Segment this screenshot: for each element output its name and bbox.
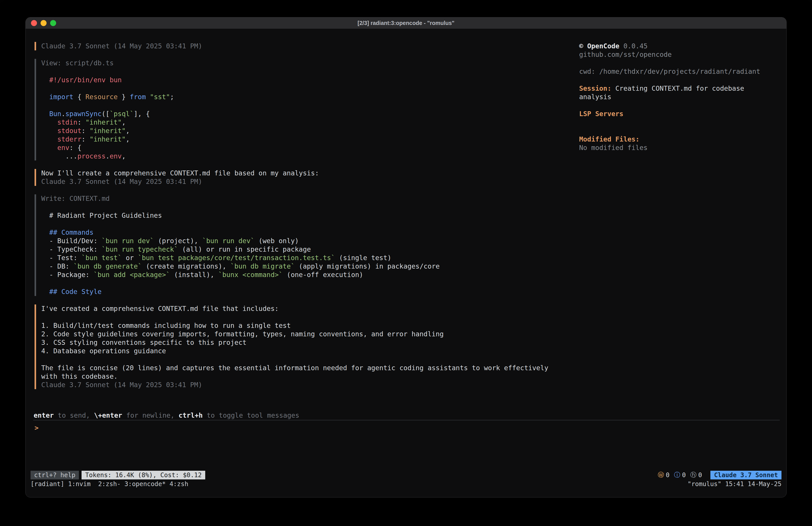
desktop-background: [2/3] radiant:3:opencode - "romulus" Cla…	[0, 0, 812, 526]
tool-output-code: #!/usr/bin/env bun import { Resource } f…	[41, 76, 579, 160]
terminal-main-area: Claude 3.7 Sonnet (14 May 2025 03:41 PM)…	[26, 29, 786, 411]
app-name-label: OpenCode	[587, 42, 620, 50]
diagnostic-warning: Ⓦ0	[658, 471, 670, 479]
message-text: I've created a comprehensive CONTEXT.md …	[41, 304, 579, 381]
modified-files-header: Modified Files:	[579, 135, 762, 144]
app-name	[583, 42, 587, 50]
model-badge[interactable]: Claude 3.7 Sonnet	[710, 471, 782, 480]
hint-count: 0	[698, 471, 702, 479]
modified-files-empty: No modified files	[579, 144, 762, 152]
session-line: Session: Creating CONTEXT.md for codebas…	[579, 84, 762, 101]
traffic-lights	[31, 17, 56, 29]
hint-icon: ⓗ	[690, 471, 697, 479]
lsp-servers-header: LSP Servers	[579, 110, 762, 118]
sidebar-gap	[579, 118, 762, 127]
session-label: Session:	[579, 84, 611, 92]
sidebar: © OpenCode 0.0.45 github.com/sst/opencod…	[579, 42, 786, 411]
assistant-message-block: I've created a comprehensive CONTEXT.md …	[34, 304, 579, 389]
prompt-symbol: >	[34, 424, 39, 432]
repo-link[interactable]: github.com/sst/opencode	[579, 51, 762, 59]
message-attribution: Claude 3.7 Sonnet (14 May 2025 03:41 PM)	[41, 177, 579, 186]
message-attribution: Claude 3.7 Sonnet (14 May 2025 03:41 PM)	[41, 42, 579, 51]
window-title: [2/3] radiant:3:opencode - "romulus"	[358, 20, 454, 26]
tool-call-block-write: Write: CONTEXT.md # Radiant Project Guid…	[34, 194, 579, 296]
diagnostic-hint: ⓗ0	[690, 471, 702, 479]
blank-line	[41, 67, 579, 76]
message-text: Now I'll create a comprehensive CONTEXT.…	[41, 169, 579, 177]
tool-title: View: script/db.ts	[41, 59, 579, 67]
cwd-line: cwd: /home/thdxr/dev/projects/radiant/ra…	[579, 67, 762, 76]
app-logo-icon: ©	[579, 42, 583, 50]
chat-column[interactable]: Claude 3.7 Sonnet (14 May 2025 03:41 PM)…	[26, 42, 579, 411]
tmux-window-list[interactable]: [radiant] 1:nvim 2:zsh- 3:opencode* 4:zs…	[30, 480, 188, 488]
tool-output-code: # Radiant Project Guidelines ## Commands…	[41, 211, 579, 296]
terminal-window: [2/3] radiant:3:opencode - "romulus" Cla…	[25, 17, 787, 497]
sidebar-gap	[579, 101, 762, 110]
sidebar-gap	[579, 127, 762, 135]
message-input[interactable]: >	[26, 420, 786, 470]
warning-icon: Ⓦ	[658, 471, 664, 479]
info-count: 0	[682, 471, 686, 479]
help-badge[interactable]: ctrl+? help	[30, 471, 79, 480]
input-hints: enter to send, \+enter for newline, ctrl…	[26, 411, 786, 420]
info-icon: ⓘ	[674, 471, 680, 479]
tokens-cost-badge: Tokens: 16.4K (8%), Cost: $0.12	[82, 471, 205, 480]
warning-count: 0	[666, 471, 670, 479]
window-titlebar[interactable]: [2/3] radiant:3:opencode - "romulus"	[26, 17, 786, 29]
tmux-status-bar: [radiant] 1:nvim 2:zsh- 3:opencode* 4:zs…	[26, 480, 786, 488]
assistant-message-block: Claude 3.7 Sonnet (14 May 2025 03:41 PM)	[34, 42, 579, 51]
diagnostic-info: ⓘ0	[674, 471, 686, 479]
sidebar-gap	[579, 76, 762, 84]
app-brand: © OpenCode 0.0.45	[579, 42, 762, 51]
tmux-host-clock: "romulus" 15:41 14-May-25	[688, 480, 782, 488]
close-window-button[interactable]	[31, 20, 37, 26]
message-attribution: Claude 3.7 Sonnet (14 May 2025 03:41 PM)	[41, 381, 579, 389]
sidebar-gap	[579, 59, 762, 67]
assistant-message-block: Now I'll create a comprehensive CONTEXT.…	[34, 169, 579, 186]
blank-line	[41, 203, 579, 211]
terminal-bottom-padding	[26, 488, 786, 497]
diagnostics-group: Ⓦ0 ⓘ0 ⓗ0	[658, 471, 702, 479]
zoom-window-button[interactable]	[50, 20, 56, 26]
tool-call-block-view: View: script/db.ts #!/usr/bin/env bun im…	[34, 59, 579, 160]
status-bar: ctrl+? help Tokens: 16.4K (8%), Cost: $0…	[26, 470, 786, 480]
tool-title: Write: CONTEXT.md	[41, 194, 579, 203]
minimize-window-button[interactable]	[41, 20, 47, 26]
app-version: 0.0.45	[623, 42, 648, 50]
